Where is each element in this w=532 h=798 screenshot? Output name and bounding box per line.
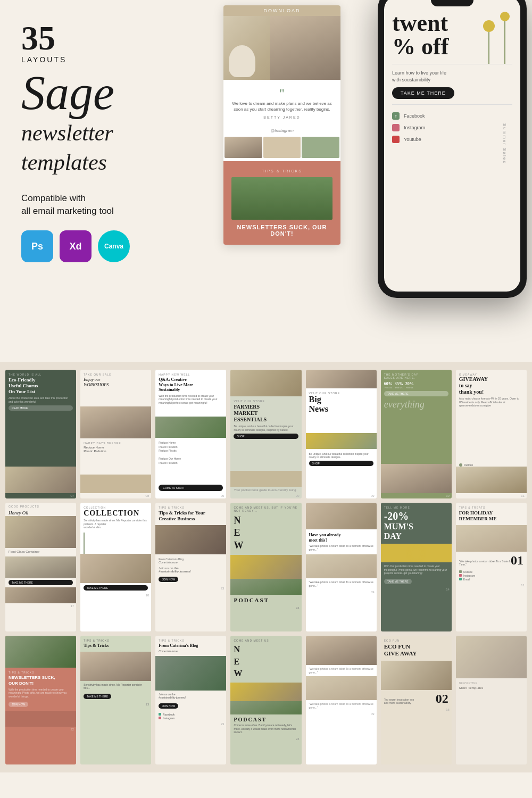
card-18-podcast: PODCAST Come to more of us. But if you a… xyxy=(230,714,301,736)
card-17-image xyxy=(155,656,226,691)
card-10-btn[interactable]: JOIN NOW xyxy=(159,577,178,582)
card-8-label: GOOD PRODUCTS xyxy=(5,503,76,510)
card-5-content2: Be unique, and our beautiful collection … xyxy=(306,449,377,494)
subtitle2: templates xyxy=(21,149,192,176)
card-19-image2 xyxy=(306,676,377,700)
card-16-btn[interactable]: TAKE ME THERE xyxy=(84,694,111,699)
card-1-btn[interactable]: READ MORE xyxy=(9,405,73,411)
card-11-podcast: PODCAST xyxy=(230,595,301,605)
card-14-footer: "We take photos a return ticket To a Sta… xyxy=(456,552,527,569)
card-20-desc: Top secret inspiration ecoand more susta… xyxy=(384,698,414,705)
card-3-btn[interactable]: COME TO START xyxy=(159,485,223,491)
card-10-title: Tips & Tricks for YourCreative Business xyxy=(159,510,223,522)
card-15-image xyxy=(5,636,76,668)
fb-label: Facebook xyxy=(163,713,174,716)
phone-notch xyxy=(431,0,473,6)
youtube-label: Youtube xyxy=(404,137,421,142)
card-3-body: With the production time needed to creat… xyxy=(159,394,223,405)
ps-label: Ps xyxy=(31,241,43,252)
card-9-line xyxy=(84,533,85,554)
card-7-number: 11 xyxy=(456,493,527,498)
card-16-content2: Sensitivity has made since. Ms Reporter … xyxy=(80,681,151,702)
email-icon xyxy=(459,578,462,580)
facebook-row: f Facebook xyxy=(392,110,512,122)
card-11-podcast-label: PODCAST xyxy=(234,597,298,603)
card-14-number: 11 xyxy=(456,583,527,588)
card-1-label: THE WORLD IS ALL xyxy=(9,373,73,376)
subtitle1: newsletter xyxy=(21,120,192,146)
card-18-label: COME AND MEET US xyxy=(234,639,298,642)
instagram-row: Instagram xyxy=(392,122,512,134)
template-card-10: TIPS & TRICKS Tips & Tricks for YourCrea… xyxy=(155,503,226,631)
summer-sales-label: Summer Sales xyxy=(502,123,506,164)
card-2-content: TAKE OUR SALE Enjoy ourWORKSHOPS xyxy=(80,370,151,406)
card-18-body: Come to more of us. But if you are not r… xyxy=(234,724,298,734)
card-3-list: Reduce HomePlastic PollutionReduce Plast… xyxy=(159,441,223,465)
card-8-btn[interactable]: TAKE ME THERE xyxy=(9,580,73,585)
card-6-label: THE MOTHER'S DAYSALES ARE HERE. xyxy=(384,373,448,379)
flower-2 xyxy=(500,12,510,64)
right-panel: DOWNLOAD " We love to dream and make pla… xyxy=(213,0,532,362)
instagram-icon xyxy=(392,124,400,131)
card-4-btn[interactable]: SHOP xyxy=(234,434,298,439)
card-14-title: FOR HOLIDAYREMEMBER ME xyxy=(459,510,523,522)
card-18-number: 24 xyxy=(230,736,301,742)
phone-cta-button[interactable]: TAKE ME THERE xyxy=(392,87,454,99)
compat-text: Compatible withall email marketing tool xyxy=(21,192,192,218)
image-grid xyxy=(223,136,340,159)
card-9-btn[interactable]: TAKE ME THERE xyxy=(84,585,148,591)
card-10-content: TIPS & TRICKS Tips & Tricks for YourCrea… xyxy=(155,503,226,525)
templates-grid-row3: TIPS & TRICKS NEWSLETTERS SUCK,OUR DON'T… xyxy=(5,636,527,764)
card-3-title: Q&A: CreativeWays to Live MoreSustainabl… xyxy=(159,377,223,393)
card-20-number: 15 xyxy=(381,707,452,712)
card-6-btn[interactable]: TAKE ME THERE xyxy=(384,391,448,396)
left-panel: 35 LAYOUTS Sage newsletter templates Com… xyxy=(0,0,213,362)
card-12-content: Have you alreadymeet this? "We take phot… xyxy=(306,529,377,554)
card-17-btn[interactable]: JOIN NOW xyxy=(159,703,178,709)
card-5-btn[interactable]: SHOP xyxy=(309,461,373,466)
card-19-content2: "We take photos a return ticket To a mom… xyxy=(306,700,377,711)
card-5-content: VISIT OUR STORE BigNews xyxy=(306,388,377,433)
template-card-18: COME AND MEET US NEW PODCAST Come to mor… xyxy=(230,636,301,764)
card-15-label: TIPS & TRICKS xyxy=(9,671,73,674)
template-card-2: TAKE OUR SALE Enjoy ourWORKSHOPS HAPPY D… xyxy=(80,370,151,498)
card-2-subbody: Reduce HomePlastic Pollution xyxy=(84,446,148,454)
card-18-image1 xyxy=(230,683,301,701)
card-19-number: 09 xyxy=(306,711,377,717)
stat-3: 20% Pick Us xyxy=(405,381,414,389)
card-16-content: TIPS & TRICKS Tips & Tricks xyxy=(80,636,151,652)
canva-badge: Canva xyxy=(98,230,130,262)
instagram-label: Instagram xyxy=(404,125,425,130)
ig-icon xyxy=(159,717,161,719)
template-card-4: VISIT OUR STORE FARMERSMARKETESSENTIALS … xyxy=(230,370,301,498)
vase-image xyxy=(229,45,255,77)
card-3-content: HAPPY NEW WELL Q&A: CreativeWays to Live… xyxy=(155,370,226,417)
youtube-row: Youtube xyxy=(392,134,512,145)
template-card-21: NEWSLETTER More Templates xyxy=(456,636,527,764)
card-2-title: Enjoy ourWORKSHOPS xyxy=(84,377,148,387)
template-card-1: THE WORLD IS ALL Eco-FriendlyUseful Chor… xyxy=(5,370,76,498)
card-17-content: TIPS & TRICKS From Caterina's Blog Come … xyxy=(155,636,226,656)
card-11-image2 xyxy=(230,579,301,595)
card-14-desc: "We take photos a return ticket To a Sta… xyxy=(459,560,511,567)
adobe-xd-badge: Xd xyxy=(60,230,92,262)
card-3-image xyxy=(155,417,226,438)
template-card-3: HAPPY NEW WELL Q&A: CreativeWays to Live… xyxy=(155,370,226,498)
layouts-label: LAYOUTS xyxy=(21,55,192,64)
card-14-content: TIPS & TREATS FOR HOLIDAYREMEMBER ME xyxy=(456,503,527,525)
card-5-number: 09 xyxy=(306,493,377,498)
card-12-body: "We take photos a return ticket To a mom… xyxy=(309,544,373,551)
card-13-btn[interactable]: TAKE ME THERE xyxy=(384,579,412,584)
card-2-number: 08 xyxy=(80,493,151,498)
card-11-image1 xyxy=(230,555,301,579)
card-4-title: FARMERSMARKETESSENTIALS xyxy=(234,404,298,423)
card-15-btn[interactable]: JOIN NOW xyxy=(9,702,28,707)
card-19-image1 xyxy=(306,636,377,665)
card-4-body: Be unique, and our beautiful collection … xyxy=(234,425,298,431)
card-21-title: More Templates xyxy=(459,686,523,690)
card-13-mums: MUM'SDAY xyxy=(384,522,448,541)
template-card-12: Have you alreadymeet this? "We take phot… xyxy=(306,503,377,631)
outlook-icon xyxy=(459,570,462,573)
card-4-footer-img xyxy=(230,471,301,487)
download-button[interactable]: DOWNLOAD xyxy=(223,5,340,16)
